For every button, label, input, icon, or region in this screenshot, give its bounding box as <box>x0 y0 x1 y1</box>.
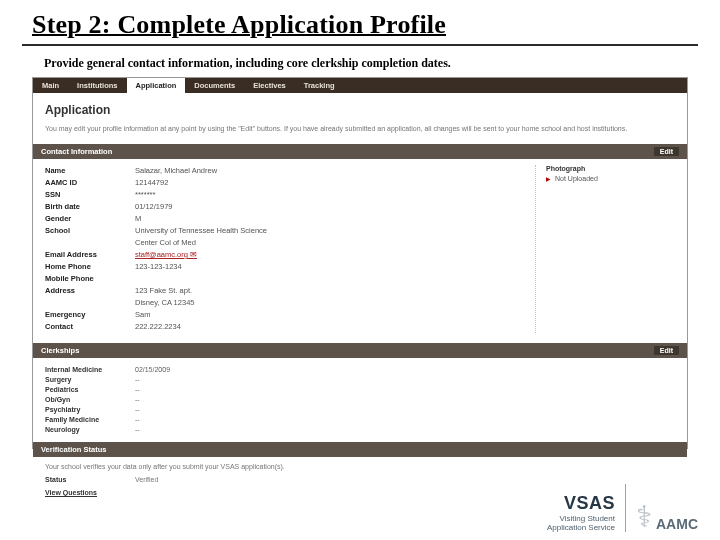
application-screenshot: Main Institutions Application Documents … <box>32 77 688 449</box>
label-emerg: Emergency <box>45 309 135 321</box>
clerkship-value: 02/15/2009 <box>135 366 170 373</box>
top-nav: Main Institutions Application Documents … <box>33 78 687 93</box>
clerkships-header-label: Clerkships <box>41 346 79 355</box>
clerkship-label: Neurology <box>45 426 135 433</box>
clerkship-row: Family Medicine-- <box>45 414 675 424</box>
vsas-acronym: VSAS <box>547 493 615 514</box>
photograph-label: Photograph <box>546 165 675 172</box>
value-school2: Center Col of Med <box>135 237 535 249</box>
verification-note: Your school verifies your data only afte… <box>45 463 675 470</box>
contact-values: Salazar, Michael Andrew 12144792 *******… <box>135 165 535 333</box>
value-school: University of Tennessee Health Science <box>135 225 535 237</box>
clerkships-header-bar: Clerkships Edit <box>33 343 687 358</box>
value-addr: 123 Fake St. apt. <box>135 285 535 297</box>
view-questions-link[interactable]: View Questions <box>45 489 135 496</box>
value-emerg2: 222.222.2234 <box>135 321 535 333</box>
label-home: Home Phone <box>45 261 135 273</box>
label-addr: Address <box>45 285 135 297</box>
clerkship-row: Internal Medicine02/15/2009 <box>45 364 675 374</box>
clerkship-value: -- <box>135 416 140 423</box>
tab-documents[interactable]: Documents <box>185 78 244 93</box>
contact-header-bar: Contact Information Edit <box>33 144 687 159</box>
contact-labels: Name AAMC ID SSN Birth date Gender Schoo… <box>45 165 135 333</box>
vsas-line2: Application Service <box>547 523 615 532</box>
panel-heading: Application <box>33 93 687 121</box>
clerkship-label: Family Medicine <box>45 416 135 423</box>
contact-header-label: Contact Information <box>41 147 112 156</box>
clerkship-value: -- <box>135 376 140 383</box>
value-home: 123-123-1234 <box>135 261 535 273</box>
clerkship-label: Pediatrics <box>45 386 135 393</box>
value-birth: 01/12/1979 <box>135 201 535 213</box>
value-mobile <box>135 273 535 285</box>
clerkship-row: Surgery-- <box>45 374 675 384</box>
value-name: Salazar, Michael Andrew <box>135 165 535 177</box>
contact-block: Name AAMC ID SSN Birth date Gender Schoo… <box>33 159 687 343</box>
label-mobile: Mobile Phone <box>45 273 135 285</box>
page-subtitle: Provide general contact information, inc… <box>44 56 698 71</box>
help-text: You may edit your profile information at… <box>33 121 687 144</box>
value-addr2: Disney, CA 12345 <box>135 297 535 309</box>
photograph-status: Not Uploaded <box>546 175 675 182</box>
clerkship-row: Pediatrics-- <box>45 384 675 394</box>
clerkship-label: Psychiatry <box>45 406 135 413</box>
verification-header-label: Verification Status <box>41 445 106 454</box>
tab-institutions[interactable]: Institutions <box>68 78 126 93</box>
clerkship-label: Internal Medicine <box>45 366 135 373</box>
label-school: School <box>45 225 135 237</box>
edit-clerkships-button[interactable]: Edit <box>654 346 679 355</box>
label-blank2 <box>45 297 135 309</box>
clerkship-row: Psychiatry-- <box>45 404 675 414</box>
clerkship-row: Ob/Gyn-- <box>45 394 675 404</box>
photograph-box: Photograph Not Uploaded <box>535 165 675 333</box>
clerkship-value: -- <box>135 386 140 393</box>
caduceus-icon: ⚕ <box>636 502 652 532</box>
label-birth: Birth date <box>45 201 135 213</box>
clerkship-value: -- <box>135 406 140 413</box>
clerkship-value: -- <box>135 426 140 433</box>
label-email: Email Address <box>45 249 135 261</box>
status-label: Status <box>45 476 135 483</box>
label-aamc: AAMC ID <box>45 177 135 189</box>
value-email-link[interactable]: staff@aamc.org ✉ <box>135 249 535 261</box>
label-gender: Gender <box>45 213 135 225</box>
value-gender: M <box>135 213 535 225</box>
tab-tracking[interactable]: Tracking <box>295 78 344 93</box>
label-name: Name <box>45 165 135 177</box>
value-emerg: Sam <box>135 309 535 321</box>
tab-electives[interactable]: Electives <box>244 78 295 93</box>
clerkship-label: Ob/Gyn <box>45 396 135 403</box>
verification-header-bar: Verification Status <box>33 442 687 457</box>
clerkship-label: Surgery <box>45 376 135 383</box>
page-title: Step 2: Complete Application Profile <box>22 10 698 46</box>
edit-contact-button[interactable]: Edit <box>654 147 679 156</box>
clerkship-value: -- <box>135 396 140 403</box>
vsas-line1: Visiting Student <box>547 514 615 523</box>
vsas-logo: VSAS Visiting Student Application Servic… <box>547 484 626 532</box>
tab-main[interactable]: Main <box>33 78 68 93</box>
clerkship-row: Neurology-- <box>45 424 675 434</box>
tab-application[interactable]: Application <box>127 78 186 93</box>
aamc-logo: ⚕ AAMC <box>636 502 698 532</box>
label-blank1 <box>45 237 135 249</box>
label-ssn: SSN <box>45 189 135 201</box>
status-value: Verified <box>135 476 158 483</box>
value-ssn: ******* <box>135 189 535 201</box>
clerkships-grid: Internal Medicine02/15/2009 Surgery-- Pe… <box>33 358 687 442</box>
label-contact: Contact <box>45 321 135 333</box>
aamc-text: AAMC <box>656 516 698 532</box>
footer-logos: VSAS Visiting Student Application Servic… <box>547 484 698 532</box>
value-aamc: 12144792 <box>135 177 535 189</box>
